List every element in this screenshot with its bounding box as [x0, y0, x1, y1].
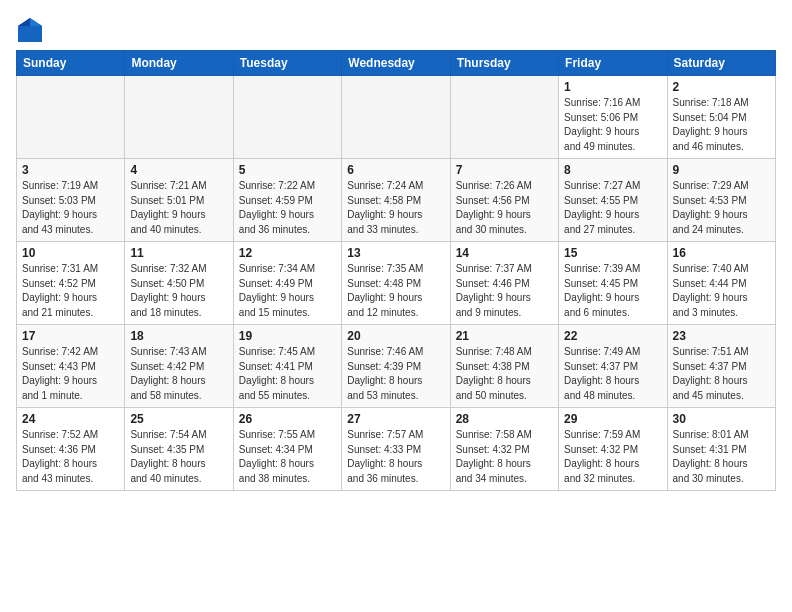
day-number: 21	[456, 329, 553, 343]
day-number: 10	[22, 246, 119, 260]
day-info: Sunrise: 7:31 AM Sunset: 4:52 PM Dayligh…	[22, 262, 119, 320]
week-row-4: 17Sunrise: 7:42 AM Sunset: 4:43 PM Dayli…	[17, 325, 776, 408]
header	[16, 16, 776, 44]
week-row-2: 3Sunrise: 7:19 AM Sunset: 5:03 PM Daylig…	[17, 159, 776, 242]
calendar-cell: 24Sunrise: 7:52 AM Sunset: 4:36 PM Dayli…	[17, 408, 125, 491]
calendar-cell: 20Sunrise: 7:46 AM Sunset: 4:39 PM Dayli…	[342, 325, 450, 408]
day-number: 1	[564, 80, 661, 94]
day-info: Sunrise: 7:43 AM Sunset: 4:42 PM Dayligh…	[130, 345, 227, 403]
calendar-cell: 9Sunrise: 7:29 AM Sunset: 4:53 PM Daylig…	[667, 159, 775, 242]
weekday-header-saturday: Saturday	[667, 51, 775, 76]
calendar-cell: 26Sunrise: 7:55 AM Sunset: 4:34 PM Dayli…	[233, 408, 341, 491]
calendar-cell: 12Sunrise: 7:34 AM Sunset: 4:49 PM Dayli…	[233, 242, 341, 325]
day-number: 8	[564, 163, 661, 177]
calendar-cell	[450, 76, 558, 159]
day-info: Sunrise: 7:51 AM Sunset: 4:37 PM Dayligh…	[673, 345, 770, 403]
weekday-header-sunday: Sunday	[17, 51, 125, 76]
day-number: 3	[22, 163, 119, 177]
calendar-cell: 4Sunrise: 7:21 AM Sunset: 5:01 PM Daylig…	[125, 159, 233, 242]
day-info: Sunrise: 7:26 AM Sunset: 4:56 PM Dayligh…	[456, 179, 553, 237]
weekday-header-wednesday: Wednesday	[342, 51, 450, 76]
svg-marker-1	[30, 18, 42, 26]
calendar-cell	[17, 76, 125, 159]
day-info: Sunrise: 7:52 AM Sunset: 4:36 PM Dayligh…	[22, 428, 119, 486]
day-number: 12	[239, 246, 336, 260]
calendar-cell: 27Sunrise: 7:57 AM Sunset: 4:33 PM Dayli…	[342, 408, 450, 491]
day-info: Sunrise: 7:37 AM Sunset: 4:46 PM Dayligh…	[456, 262, 553, 320]
logo-icon	[16, 16, 44, 44]
calendar-cell	[233, 76, 341, 159]
day-info: Sunrise: 7:16 AM Sunset: 5:06 PM Dayligh…	[564, 96, 661, 154]
day-info: Sunrise: 8:01 AM Sunset: 4:31 PM Dayligh…	[673, 428, 770, 486]
day-info: Sunrise: 7:21 AM Sunset: 5:01 PM Dayligh…	[130, 179, 227, 237]
calendar-cell: 10Sunrise: 7:31 AM Sunset: 4:52 PM Dayli…	[17, 242, 125, 325]
day-number: 26	[239, 412, 336, 426]
calendar-cell: 29Sunrise: 7:59 AM Sunset: 4:32 PM Dayli…	[559, 408, 667, 491]
day-number: 30	[673, 412, 770, 426]
weekday-header-thursday: Thursday	[450, 51, 558, 76]
day-info: Sunrise: 7:55 AM Sunset: 4:34 PM Dayligh…	[239, 428, 336, 486]
calendar-cell	[342, 76, 450, 159]
logo	[16, 16, 48, 44]
calendar-cell: 6Sunrise: 7:24 AM Sunset: 4:58 PM Daylig…	[342, 159, 450, 242]
day-number: 19	[239, 329, 336, 343]
calendar-cell: 25Sunrise: 7:54 AM Sunset: 4:35 PM Dayli…	[125, 408, 233, 491]
day-number: 15	[564, 246, 661, 260]
calendar-table: SundayMondayTuesdayWednesdayThursdayFrid…	[16, 50, 776, 491]
calendar-cell	[125, 76, 233, 159]
day-info: Sunrise: 7:48 AM Sunset: 4:38 PM Dayligh…	[456, 345, 553, 403]
calendar-cell: 17Sunrise: 7:42 AM Sunset: 4:43 PM Dayli…	[17, 325, 125, 408]
day-info: Sunrise: 7:18 AM Sunset: 5:04 PM Dayligh…	[673, 96, 770, 154]
weekday-header-monday: Monday	[125, 51, 233, 76]
calendar-cell: 11Sunrise: 7:32 AM Sunset: 4:50 PM Dayli…	[125, 242, 233, 325]
weekday-header-tuesday: Tuesday	[233, 51, 341, 76]
day-number: 17	[22, 329, 119, 343]
calendar-cell: 18Sunrise: 7:43 AM Sunset: 4:42 PM Dayli…	[125, 325, 233, 408]
calendar-cell: 5Sunrise: 7:22 AM Sunset: 4:59 PM Daylig…	[233, 159, 341, 242]
calendar-cell: 22Sunrise: 7:49 AM Sunset: 4:37 PM Dayli…	[559, 325, 667, 408]
day-number: 13	[347, 246, 444, 260]
day-number: 25	[130, 412, 227, 426]
page-container: SundayMondayTuesdayWednesdayThursdayFrid…	[0, 0, 792, 499]
calendar-cell: 21Sunrise: 7:48 AM Sunset: 4:38 PM Dayli…	[450, 325, 558, 408]
day-info: Sunrise: 7:35 AM Sunset: 4:48 PM Dayligh…	[347, 262, 444, 320]
calendar-cell: 19Sunrise: 7:45 AM Sunset: 4:41 PM Dayli…	[233, 325, 341, 408]
day-info: Sunrise: 7:40 AM Sunset: 4:44 PM Dayligh…	[673, 262, 770, 320]
day-number: 20	[347, 329, 444, 343]
day-number: 2	[673, 80, 770, 94]
day-number: 23	[673, 329, 770, 343]
day-number: 14	[456, 246, 553, 260]
calendar-cell: 16Sunrise: 7:40 AM Sunset: 4:44 PM Dayli…	[667, 242, 775, 325]
day-number: 29	[564, 412, 661, 426]
calendar-cell: 15Sunrise: 7:39 AM Sunset: 4:45 PM Dayli…	[559, 242, 667, 325]
day-number: 9	[673, 163, 770, 177]
calendar-cell: 23Sunrise: 7:51 AM Sunset: 4:37 PM Dayli…	[667, 325, 775, 408]
weekday-header-friday: Friday	[559, 51, 667, 76]
calendar-cell: 28Sunrise: 7:58 AM Sunset: 4:32 PM Dayli…	[450, 408, 558, 491]
calendar-cell: 30Sunrise: 8:01 AM Sunset: 4:31 PM Dayli…	[667, 408, 775, 491]
day-info: Sunrise: 7:34 AM Sunset: 4:49 PM Dayligh…	[239, 262, 336, 320]
day-number: 5	[239, 163, 336, 177]
day-number: 11	[130, 246, 227, 260]
day-info: Sunrise: 7:27 AM Sunset: 4:55 PM Dayligh…	[564, 179, 661, 237]
day-number: 18	[130, 329, 227, 343]
day-info: Sunrise: 7:29 AM Sunset: 4:53 PM Dayligh…	[673, 179, 770, 237]
day-number: 7	[456, 163, 553, 177]
day-number: 27	[347, 412, 444, 426]
day-info: Sunrise: 7:19 AM Sunset: 5:03 PM Dayligh…	[22, 179, 119, 237]
day-number: 22	[564, 329, 661, 343]
calendar-cell: 8Sunrise: 7:27 AM Sunset: 4:55 PM Daylig…	[559, 159, 667, 242]
svg-marker-2	[18, 18, 30, 26]
calendar-cell: 14Sunrise: 7:37 AM Sunset: 4:46 PM Dayli…	[450, 242, 558, 325]
week-row-5: 24Sunrise: 7:52 AM Sunset: 4:36 PM Dayli…	[17, 408, 776, 491]
calendar-cell: 7Sunrise: 7:26 AM Sunset: 4:56 PM Daylig…	[450, 159, 558, 242]
day-info: Sunrise: 7:22 AM Sunset: 4:59 PM Dayligh…	[239, 179, 336, 237]
calendar-cell: 2Sunrise: 7:18 AM Sunset: 5:04 PM Daylig…	[667, 76, 775, 159]
calendar-cell: 13Sunrise: 7:35 AM Sunset: 4:48 PM Dayli…	[342, 242, 450, 325]
day-number: 16	[673, 246, 770, 260]
week-row-3: 10Sunrise: 7:31 AM Sunset: 4:52 PM Dayli…	[17, 242, 776, 325]
day-info: Sunrise: 7:46 AM Sunset: 4:39 PM Dayligh…	[347, 345, 444, 403]
day-info: Sunrise: 7:59 AM Sunset: 4:32 PM Dayligh…	[564, 428, 661, 486]
day-info: Sunrise: 7:39 AM Sunset: 4:45 PM Dayligh…	[564, 262, 661, 320]
day-number: 6	[347, 163, 444, 177]
